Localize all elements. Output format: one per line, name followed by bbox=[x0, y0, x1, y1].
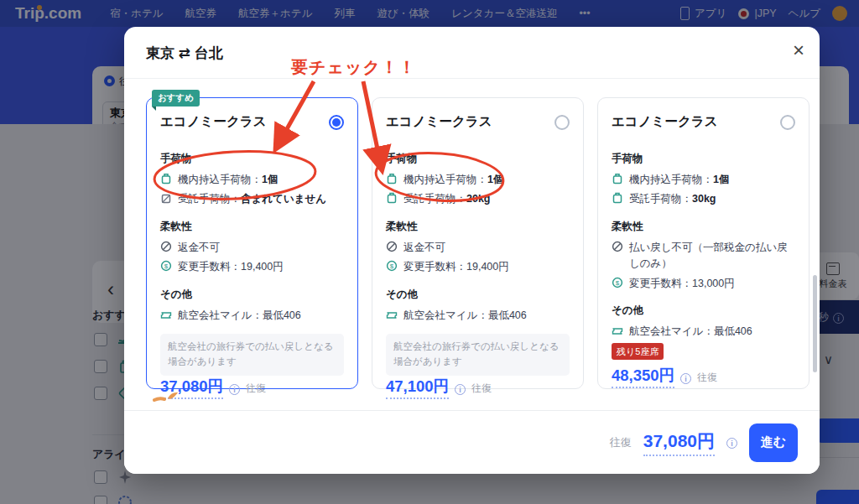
carry-on-item: 機内持込手荷物：1個 bbox=[386, 172, 570, 188]
price-info-icon[interactable]: i bbox=[229, 384, 240, 395]
miles-ticket-icon bbox=[386, 309, 398, 320]
checked-bag-value: 30kg bbox=[692, 193, 716, 205]
price-unit: 往復 bbox=[697, 371, 717, 385]
carry-on-item: 機内持込手荷物：1個 bbox=[160, 172, 344, 188]
checked-bag-label: 受託手荷物： bbox=[629, 193, 692, 205]
no-refund-icon bbox=[612, 241, 623, 252]
price-row: 47,100円 i 往復 bbox=[386, 376, 570, 399]
seats-left-badge: 残り5座席 bbox=[612, 343, 664, 360]
price-block: 残り5座席 48,350円 i 往復 bbox=[612, 343, 795, 388]
fee-coin-icon: $ bbox=[160, 260, 172, 272]
refund-item: 払い戻し不可（一部税金の払い戻しのみ） bbox=[612, 240, 795, 273]
carry-on-value: 1個 bbox=[487, 174, 503, 185]
fare-title: エコノミークラス bbox=[612, 113, 718, 131]
fee-coin-icon: $ bbox=[386, 260, 398, 272]
baggage-heading: 手荷物 bbox=[160, 152, 344, 166]
flexibility-heading: 柔軟性 bbox=[160, 220, 344, 234]
refund-note: 航空会社の旅行券での払い戻しとなる場合があります bbox=[386, 334, 570, 376]
no-refund-icon bbox=[386, 241, 398, 252]
svg-text:$: $ bbox=[164, 262, 169, 270]
miles-text: 航空会社マイル：最低406 bbox=[178, 308, 301, 324]
footer-trip-unit: 往復 bbox=[610, 435, 632, 450]
modal-header: 東京 ⇄ 台北 × bbox=[124, 27, 820, 79]
fare-price[interactable]: 48,350円 bbox=[612, 365, 674, 388]
carry-on-bag-icon bbox=[386, 173, 398, 184]
price-unit: 往復 bbox=[471, 382, 492, 396]
footer-price-info-icon[interactable]: i bbox=[726, 438, 737, 449]
checked-bag-item: 受託手荷物：含まれていません bbox=[160, 191, 344, 207]
fare-radio-selected[interactable] bbox=[329, 115, 344, 130]
annotation-check-text: 要チェック！！ bbox=[291, 56, 416, 79]
fare-selection-modal: 東京 ⇄ 台北 × おすすめ エコノミークラス 手荷物 機内持込手荷物：1個 bbox=[124, 27, 820, 474]
checked-bag-label: 受託手荷物： bbox=[403, 193, 466, 205]
miles-ticket-icon bbox=[612, 325, 623, 336]
change-fee-item: $ 変更手数料：19,400円 bbox=[160, 259, 344, 275]
fare-title: エコノミークラス bbox=[386, 113, 492, 131]
price-unit: 往復 bbox=[246, 382, 266, 396]
fee-coin-icon: $ bbox=[612, 277, 623, 288]
flexibility-heading: 柔軟性 bbox=[612, 220, 795, 234]
fare-card-economy-basic[interactable]: おすすめ エコノミークラス 手荷物 機内持込手荷物：1個 受託手荷物：含まれてい… bbox=[146, 97, 358, 389]
carry-on-bag-icon bbox=[160, 173, 172, 184]
checked-bag-icon bbox=[386, 192, 398, 204]
checked-bag-icon bbox=[612, 192, 623, 204]
change-fee-item: $ 変更手数料：13,000円 bbox=[612, 276, 795, 292]
change-fee-text: 変更手数料：19,400円 bbox=[403, 259, 509, 275]
close-icon[interactable]: × bbox=[793, 40, 804, 60]
other-heading: その他 bbox=[612, 304, 795, 318]
no-refund-icon bbox=[160, 241, 172, 252]
checked-bag-icon bbox=[160, 192, 172, 204]
refund-item: 返金不可 bbox=[160, 240, 344, 256]
svg-text:$: $ bbox=[616, 279, 620, 287]
miles-item: 航空会社マイル：最低406 bbox=[160, 308, 344, 324]
carry-on-label: 機内持込手荷物： bbox=[403, 174, 487, 185]
change-fee-text: 変更手数料：19,400円 bbox=[178, 259, 284, 275]
checked-bag-label: 受託手荷物： bbox=[178, 193, 241, 205]
screen: Trip.com 宿・ホテル 航空券 航空券＋ホテル 列車 遊び・体験 レンタカ… bbox=[0, 0, 859, 504]
carry-on-bag-icon bbox=[612, 173, 623, 184]
miles-ticket-icon bbox=[160, 309, 172, 320]
carry-on-value: 1個 bbox=[262, 174, 278, 185]
fare-cards: おすすめ エコノミークラス 手荷物 機内持込手荷物：1個 受託手荷物：含まれてい… bbox=[146, 97, 810, 389]
price-row: 37,080円 i 往復 bbox=[160, 376, 344, 399]
refund-item: 返金不可 bbox=[386, 240, 570, 256]
modal-footer: 往復 37,080円 i 進む bbox=[124, 410, 820, 474]
proceed-button[interactable]: 進む bbox=[749, 423, 798, 462]
change-fee-text: 変更手数料：13,000円 bbox=[629, 276, 735, 292]
checked-bag-value: 20kg bbox=[466, 193, 491, 205]
other-heading: その他 bbox=[160, 288, 344, 302]
fare-card-economy-flex[interactable]: エコノミークラス 手荷物 機内持込手荷物：1個 受託手荷物：30kg 柔軟性 払… bbox=[597, 97, 810, 389]
other-heading: その他 bbox=[386, 288, 570, 302]
checked-bag-item: 受託手荷物：20kg bbox=[386, 191, 570, 207]
baggage-heading: 手荷物 bbox=[386, 152, 570, 166]
carry-on-label: 機内持込手荷物： bbox=[178, 174, 262, 185]
price-row: 48,350円 i 往復 bbox=[612, 365, 795, 388]
carry-on-value: 1個 bbox=[713, 174, 729, 185]
miles-text: 航空会社マイル：最低406 bbox=[629, 324, 752, 340]
miles-text: 航空会社マイル：最低406 bbox=[403, 308, 527, 324]
miles-item: 航空会社マイル：最低406 bbox=[612, 324, 795, 340]
fare-radio[interactable] bbox=[554, 115, 570, 130]
change-fee-item: $ 変更手数料：19,400円 bbox=[386, 259, 570, 275]
footer-total-price[interactable]: 37,080円 bbox=[643, 429, 715, 456]
flexibility-heading: 柔軟性 bbox=[386, 220, 570, 234]
refund-text: 払い戻し不可（一部税金の払い戻しのみ） bbox=[629, 240, 795, 273]
fare-title: エコノミークラス bbox=[160, 113, 267, 131]
modal-scrollbar[interactable] bbox=[813, 275, 817, 372]
price-info-icon[interactable]: i bbox=[680, 373, 691, 384]
price-info-icon[interactable]: i bbox=[455, 384, 466, 395]
fare-radio[interactable] bbox=[780, 115, 795, 130]
carry-on-item: 機内持込手荷物：1個 bbox=[612, 172, 795, 188]
svg-text:$: $ bbox=[390, 262, 394, 270]
refund-text: 返金不可 bbox=[178, 240, 220, 256]
refund-text: 返金不可 bbox=[403, 240, 445, 256]
baggage-heading: 手荷物 bbox=[612, 152, 795, 166]
orange-plane-doodle bbox=[153, 388, 183, 403]
fare-price[interactable]: 47,100円 bbox=[386, 376, 449, 399]
carry-on-label: 機内持込手荷物： bbox=[629, 174, 713, 185]
fare-card-economy-standard[interactable]: エコノミークラス 手荷物 機内持込手荷物：1個 受託手荷物：20kg 柔軟性 返… bbox=[372, 97, 584, 389]
checked-bag-item: 受託手荷物：30kg bbox=[612, 191, 795, 207]
checked-bag-value: 含まれていません bbox=[241, 193, 326, 205]
miles-item: 航空会社マイル：最低406 bbox=[386, 308, 570, 324]
route-title: 東京 ⇄ 台北 bbox=[146, 44, 223, 63]
